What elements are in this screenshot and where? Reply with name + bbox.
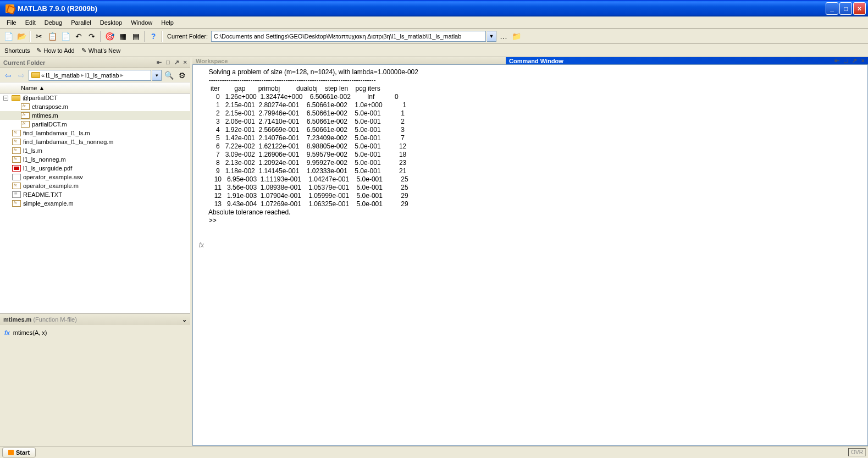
pencil-icon: ✎: [81, 47, 86, 54]
forward-button[interactable]: ⇨: [15, 69, 27, 81]
tree-file[interactable]: l1_ls.m: [0, 146, 190, 155]
profiler-button[interactable]: ▤: [130, 30, 142, 42]
workspace-title[interactable]: Workspace: [192, 57, 506, 64]
command-output[interactable]: Solving a problem of size (m=128, n=1024…: [205, 68, 865, 442]
ovr-indicator: OVR: [848, 448, 866, 456]
tree-file[interactable]: README.TXT: [0, 190, 190, 199]
command-window-title[interactable]: Command Window ⇤ □ ↗ ×: [506, 57, 868, 64]
browse-button[interactable]: …: [497, 30, 510, 42]
tree-file[interactable]: mtimes.m: [0, 111, 190, 120]
minimize-button[interactable]: _: [826, 2, 838, 15]
pencil-icon: ✎: [36, 47, 41, 54]
folder-icon: [31, 72, 40, 78]
titlebar[interactable]: MATLAB 7.9.0 (R2009b) _ □ ×: [0, 0, 868, 16]
matlab-logo-icon: [8, 450, 14, 455]
close-pane-icon[interactable]: ×: [184, 59, 187, 66]
tree-folder[interactable]: −@partialDCT: [0, 93, 190, 102]
command-window[interactable]: fx Solving a problem of size (m=128, n=1…: [192, 64, 868, 446]
close-pane-icon[interactable]: ×: [861, 57, 865, 64]
function-icon: fx: [4, 329, 10, 336]
menu-desktop[interactable]: Desktop: [96, 18, 126, 27]
name-column-header[interactable]: Name ▲: [0, 82, 190, 93]
close-button[interactable]: ×: [853, 2, 866, 15]
breadcrumb-dropdown[interactable]: ▾: [152, 70, 162, 81]
redo-button[interactable]: ↷: [86, 30, 98, 42]
how-to-add-link[interactable]: ✎How to Add: [36, 47, 74, 54]
copy-button[interactable]: 📋: [46, 30, 58, 42]
paste-button[interactable]: 📄: [59, 30, 71, 42]
tree-file[interactable]: find_lambdamax_l1_ls.m: [0, 129, 190, 137]
tree-file[interactable]: l1_ls_usrguide.pdf: [0, 164, 190, 173]
dock-icon[interactable]: ⇤: [157, 59, 162, 66]
restore-icon[interactable]: □: [166, 59, 170, 66]
right-pane: Workspace Command Window ⇤ □ ↗ × fx Solv…: [192, 57, 868, 446]
up-folder-button[interactable]: 📁: [511, 30, 523, 42]
tree-file[interactable]: simple_example.m: [0, 199, 190, 208]
function-signature: mtimes(A, x): [13, 329, 47, 336]
help-button[interactable]: ?: [147, 30, 159, 42]
cut-button[interactable]: ✂: [33, 30, 45, 42]
undo-button[interactable]: ↶: [73, 30, 85, 42]
menu-debug[interactable]: Debug: [40, 18, 67, 27]
back-button[interactable]: ⇦: [2, 69, 14, 81]
collapse-details-icon[interactable]: ⌄: [182, 316, 187, 323]
simulink-button[interactable]: 🎯: [103, 30, 115, 42]
tree-file[interactable]: l1_ls_nonneg.m: [0, 155, 190, 164]
window-title: MATLAB 7.9.0 (R2009b): [18, 4, 826, 13]
dock-icon[interactable]: ⇤: [834, 57, 839, 64]
details-filename: mtimes.m: [3, 316, 31, 323]
tree-file[interactable]: partialDCT.m: [0, 120, 190, 129]
details-pane: mtimes.m (Function M-file) ⌄ fx mtimes(A…: [0, 313, 190, 446]
matlab-logo-icon: [5, 4, 14, 13]
maximize-button[interactable]: □: [839, 2, 852, 15]
separator: [162, 31, 163, 42]
breadcrumb[interactable]: « l1_ls_matlab ▸ l1_ls_matlab ▸: [29, 70, 151, 81]
menu-edit[interactable]: Edit: [21, 18, 40, 27]
menu-parallel[interactable]: Parallel: [67, 18, 96, 27]
current-folder-input[interactable]: [211, 31, 486, 42]
restore-icon[interactable]: □: [844, 57, 848, 64]
folder-nav: ⇦ ⇨ « l1_ls_matlab ▸ l1_ls_matlab ▸ ▾ 🔍 …: [0, 68, 190, 82]
maximize-icon[interactable]: ↗: [852, 57, 857, 64]
separator: [100, 31, 101, 42]
menu-file[interactable]: File: [2, 18, 21, 27]
menubar: File Edit Debug Parallel Desktop Window …: [0, 16, 868, 29]
maximize-icon[interactable]: ↗: [174, 59, 179, 66]
breadcrumb-part[interactable]: l1_ls_matlab: [46, 72, 80, 79]
toolbar: 📄 📂 ✂ 📋 📄 ↶ ↷ 🎯 ▦ ▤ ? Current Folder: ▼ …: [0, 29, 868, 44]
details-type: (Function M-file): [33, 316, 76, 323]
start-button[interactable]: Start: [2, 448, 36, 457]
whats-new-link[interactable]: ✎What's New: [81, 47, 120, 54]
guide-button[interactable]: ▦: [117, 30, 129, 42]
fx-prompt-icon[interactable]: fx: [199, 241, 204, 249]
separator: [30, 31, 31, 42]
tree-file[interactable]: operator_example.asv: [0, 173, 190, 181]
tree-file[interactable]: ctranspose.m: [0, 102, 190, 111]
breadcrumb-part[interactable]: l1_ls_matlab: [85, 72, 119, 79]
open-file-button[interactable]: 📂: [15, 30, 27, 42]
gear-button[interactable]: ⚙: [176, 69, 188, 81]
menu-help[interactable]: Help: [157, 18, 178, 27]
current-folder-dropdown[interactable]: ▼: [487, 31, 496, 42]
current-folder-label: Current Folder:: [167, 33, 208, 40]
shortcuts-label: Shortcuts: [4, 47, 30, 54]
menu-window[interactable]: Window: [126, 18, 157, 27]
new-file-button[interactable]: 📄: [2, 30, 14, 42]
separator: [144, 31, 145, 42]
file-tree[interactable]: −@partialDCTctranspose.mmtimes.mpartialD…: [0, 93, 190, 313]
search-button[interactable]: 🔍: [163, 69, 175, 81]
statusbar: Start OVR: [0, 446, 868, 458]
shortcuts-bar: Shortcuts ✎How to Add ✎What's New: [0, 44, 868, 57]
tree-file[interactable]: find_lambdamax_l1_ls_nonneg.m: [0, 137, 190, 146]
current-folder-title: Current Folder ⇤ □ ↗ ×: [0, 57, 190, 68]
tree-file[interactable]: operator_example.m: [0, 181, 190, 190]
current-folder-pane: Current Folder ⇤ □ ↗ × ⇦ ⇨ « l1_ls_matla…: [0, 57, 192, 446]
